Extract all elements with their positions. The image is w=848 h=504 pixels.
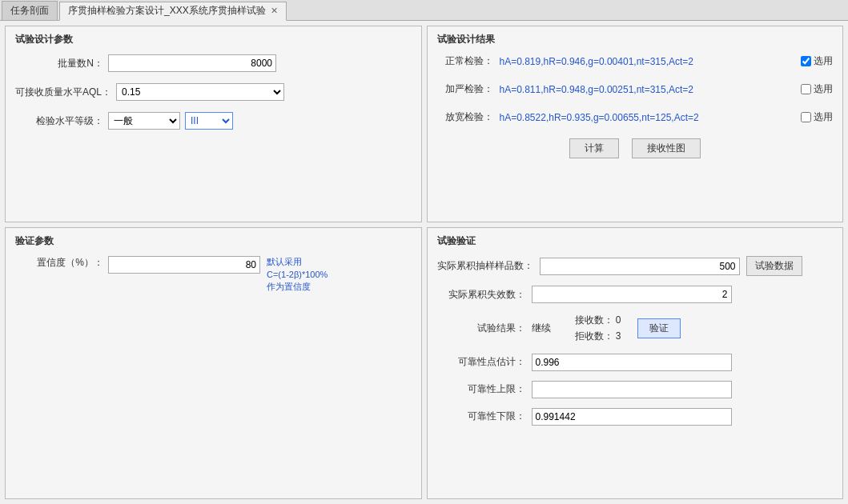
result-row: 试验结果： 继续 接收数： 0 拒收数： 3 验证 <box>437 313 834 343</box>
normal-result-row: 正常检验： hA=0.819,hR=0.946,g=0.00401,nt=315… <box>437 54 834 68</box>
fail-label: 实际累积失效数： <box>437 288 525 302</box>
accept-count-label: 接收数： <box>575 314 613 326</box>
upper-input[interactable] <box>532 381 732 398</box>
confidence-note-line1: 默认采用 <box>267 256 328 268</box>
reject-count-value: 3 <box>616 330 621 342</box>
upper-row: 可靠性上限： <box>437 381 834 398</box>
aql-select[interactable]: 0.15 0.25 0.40 0.65 1.00 <box>116 83 284 101</box>
batch-input[interactable] <box>108 54 276 72</box>
loose-checkbox[interactable] <box>801 112 811 122</box>
strict-checkbox-label: 选用 <box>814 82 833 96</box>
batch-row: 批量数N： <box>15 54 412 72</box>
confidence-label: 置信度（%）： <box>15 256 103 270</box>
loose-checkbox-label: 选用 <box>814 110 833 124</box>
fail-input[interactable] <box>532 286 732 303</box>
test-verify-title: 试验验证 <box>437 234 834 248</box>
batch-label: 批量数N： <box>15 57 103 70</box>
tab-design[interactable]: 序贯抽样检验方案设计_XXX系统序贯抽样试验 ✕ <box>59 2 287 21</box>
lower-row: 可靠性下限： <box>437 408 834 426</box>
accept-chart-button[interactable]: 接收性图 <box>632 138 701 158</box>
confidence-input[interactable] <box>108 256 260 274</box>
loose-value: hA=0.8522,hR=0.935,g=0.00655,nt=125,Act=… <box>500 112 794 123</box>
lower-label: 可靠性下限： <box>437 410 525 423</box>
strict-value: hA=0.811,hR=0.948,g=0.00251,nt=315,Act=2 <box>500 84 794 95</box>
tab-task-profile-label: 任务剖面 <box>10 4 49 18</box>
upper-label: 可靠性上限： <box>437 382 525 396</box>
result-value: 继续 <box>532 322 551 335</box>
normal-checkbox-area: 选用 <box>801 54 833 68</box>
aql-row: 可接收质量水平AQL： 0.15 0.25 0.40 0.65 1.00 <box>15 83 412 101</box>
level-row: 检验水平等级： 一般 特殊 I II III <box>15 112 412 130</box>
design-params-panel: 试验设计参数 批量数N： 可接收质量水平AQL： 0.15 0.25 0.40 … <box>5 26 422 222</box>
tab-task-profile[interactable]: 任务剖面 <box>2 1 58 20</box>
loose-result-row: 放宽检验： hA=0.8522,hR=0.935,g=0.00655,nt=12… <box>437 110 834 124</box>
strict-result-row: 加严检验： hA=0.811,hR=0.948,g=0.00251,nt=315… <box>437 82 834 96</box>
test-verify-panel: 试验验证 实际累积抽样样品数： 试验数据 实际累积失效数： 试验结果： 继续 接… <box>427 227 844 499</box>
normal-value: hA=0.819,hR=0.946,g=0.00401,nt=315,Act=2 <box>500 56 794 67</box>
loose-label: 放宽检验： <box>437 110 493 124</box>
tab-design-label: 序贯抽样检验方案设计_XXX系统序贯抽样试验 <box>68 4 266 18</box>
confidence-note-line3: 作为置信度 <box>267 281 328 293</box>
reject-count-label: 拒收数： <box>575 330 613 342</box>
verify-params-title: 验证参数 <box>15 234 412 248</box>
tab-bar: 任务剖面 序贯抽样检验方案设计_XXX系统序贯抽样试验 ✕ <box>0 0 848 21</box>
design-params-title: 试验设计参数 <box>15 33 412 46</box>
accept-reject-counts: 接收数： 0 拒收数： 3 <box>575 313 621 343</box>
design-results-title: 试验设计结果 <box>437 33 834 46</box>
accept-count: 接收数： 0 <box>575 313 621 328</box>
result-area: 继续 接收数： 0 拒收数： 3 验证 <box>532 313 681 343</box>
normal-label: 正常检验： <box>437 54 493 68</box>
result-btn-row: 计算 接收性图 <box>437 138 834 158</box>
strict-checkbox-area: 选用 <box>801 82 833 96</box>
verify-params-panel: 验证参数 置信度（%）： 默认采用 C=(1-2β)*100% 作为置信度 <box>5 227 422 499</box>
sample-row: 实际累积抽样样品数： 试验数据 <box>437 256 834 276</box>
result-label: 试验结果： <box>437 322 525 335</box>
lower-input[interactable] <box>532 408 732 426</box>
accept-count-value: 0 <box>616 314 621 326</box>
level-label: 检验水平等级： <box>15 114 103 128</box>
sample-input[interactable] <box>540 258 740 275</box>
reliability-input[interactable] <box>532 354 732 371</box>
close-icon[interactable]: ✕ <box>271 6 278 16</box>
level-select2[interactable]: I II III <box>185 112 233 130</box>
level-selects: 一般 特殊 I II III <box>108 112 233 130</box>
aql-label: 可接收质量水平AQL： <box>15 86 111 99</box>
calc-button[interactable]: 计算 <box>569 138 619 158</box>
confidence-row: 置信度（%）： 默认采用 C=(1-2β)*100% 作为置信度 <box>15 256 412 293</box>
test-data-button[interactable]: 试验数据 <box>746 256 802 276</box>
verify-button[interactable]: 验证 <box>637 318 681 338</box>
design-results-panel: 试验设计结果 正常检验： hA=0.819,hR=0.946,g=0.00401… <box>427 26 844 222</box>
reject-count: 拒收数： 3 <box>575 329 621 344</box>
confidence-note-line2: C=(1-2β)*100% <box>267 269 328 281</box>
sample-label: 实际累积抽样样品数： <box>437 259 533 273</box>
main-content: 试验设计参数 批量数N： 可接收质量水平AQL： 0.15 0.25 0.40 … <box>0 21 848 504</box>
normal-checkbox[interactable] <box>801 56 811 66</box>
reliability-row: 可靠性点估计： <box>437 354 834 371</box>
reliability-label: 可靠性点估计： <box>437 355 525 369</box>
confidence-note: 默认采用 C=(1-2β)*100% 作为置信度 <box>267 256 328 293</box>
strict-checkbox[interactable] <box>801 84 811 94</box>
fail-row: 实际累积失效数： <box>437 286 834 303</box>
normal-checkbox-label: 选用 <box>814 54 833 68</box>
strict-label: 加严检验： <box>437 82 493 96</box>
loose-checkbox-area: 选用 <box>801 110 833 124</box>
level-select1[interactable]: 一般 特殊 <box>108 112 180 130</box>
